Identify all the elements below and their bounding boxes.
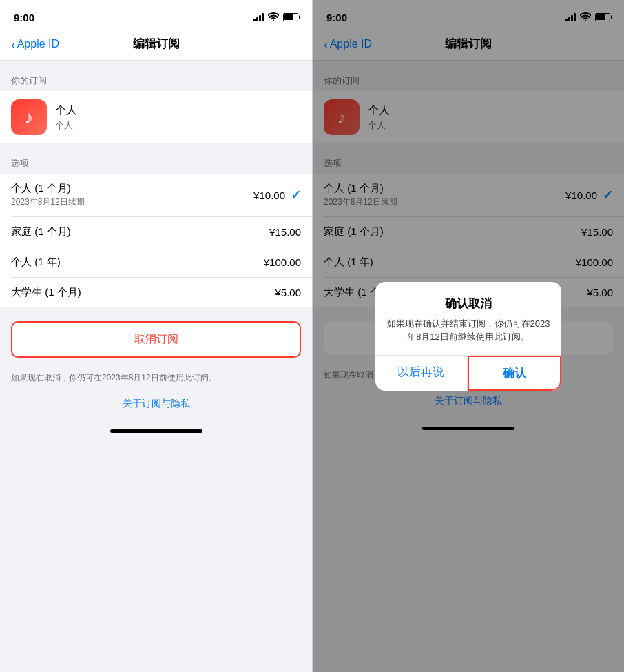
status-bar-left: 9:00: [0, 0, 312, 30]
option-left-0-left: 个人 (1 个月) 2023年8月12日续期: [11, 182, 85, 208]
home-indicator-left: [110, 429, 202, 433]
option-right-3-left: ¥5.00: [275, 287, 301, 298]
cancel-btn-container-left: 取消订阅: [11, 321, 301, 358]
checkmark-0-left: ✓: [291, 187, 301, 203]
back-chevron-left: ‹: [11, 37, 16, 51]
app-icon-left: ♪: [11, 99, 47, 135]
nav-bar-left: ‹ Apple ID 编辑订阅: [0, 30, 312, 61]
confirm-cancel-dialog: 确认取消 如果现在确认并结束订阅，你仍可在2023年8月12日前继续使用此订阅。…: [375, 282, 561, 391]
dialog-later-button[interactable]: 以后再说: [375, 356, 468, 391]
option-row-0-left[interactable]: 个人 (1 个月) 2023年8月12日续期 ¥10.00 ✓: [0, 174, 312, 216]
signal-icon: [253, 13, 264, 21]
option-right-0-left: ¥10.00 ✓: [253, 187, 301, 203]
option-row-2-left[interactable]: 个人 (1 年) ¥100.00: [0, 247, 312, 277]
dialog-overlay: 确认取消 如果现在确认并结束订阅，你仍可在2023年8月12日前继续使用此订阅。…: [313, 0, 624, 672]
wifi-icon: [268, 12, 279, 23]
dialog-message: 如果现在确认并结束订阅，你仍可在2023年8月12日前继续使用此订阅。: [386, 317, 550, 344]
subscription-name-left: 个人: [55, 103, 77, 118]
status-icons-left: [253, 12, 298, 23]
status-time-left: 9:00: [14, 12, 34, 23]
page-title-left: 编辑订阅: [133, 36, 180, 52]
dialog-confirm-button[interactable]: 确认: [468, 356, 562, 391]
subscription-info-left: 个人 个人: [55, 103, 77, 132]
subscription-card-left: ♪ 个人 个人: [0, 91, 312, 143]
option-right-2-left: ¥100.00: [264, 256, 301, 268]
dialog-buttons: 以后再说 确认: [375, 355, 561, 391]
back-button-left[interactable]: ‹ Apple ID: [11, 37, 59, 51]
dialog-content: 确认取消 如果现在确认并结束订阅，你仍可在2023年8月12日前继续使用此订阅。: [375, 282, 561, 355]
options-header-left: 选项: [0, 143, 312, 174]
cancel-note-left: 如果现在取消，你仍可在2023年8月12日前使用此订阅。: [0, 371, 312, 384]
option-left-2-left: 个人 (1 年): [11, 256, 61, 269]
content-left: 你的订阅 ♪ 个人 个人 选项 个人 (1 个月) 2023年8月12日续期: [0, 61, 312, 672]
cancel-subscription-button-left[interactable]: 取消订阅: [11, 321, 301, 358]
right-panel: 9:00 ‹ Apple ID 编辑订阅 你的订阅 ♪: [312, 0, 624, 672]
footer-link-left[interactable]: 关于订阅与隐私: [0, 384, 312, 424]
option-row-1-left[interactable]: 家庭 (1 个月) ¥15.00: [0, 217, 312, 247]
battery-icon: [283, 13, 298, 21]
music-note-icon-left: ♪: [25, 108, 34, 126]
option-row-3-left[interactable]: 大学生 (1 个月) ¥5.00: [0, 278, 312, 307]
option-left-3-left: 大学生 (1 个月): [11, 286, 81, 299]
your-subscriptions-header-left: 你的订阅: [0, 61, 312, 91]
back-label-left: Apple ID: [17, 38, 59, 50]
options-card-left: 个人 (1 个月) 2023年8月12日续期 ¥10.00 ✓ 家庭 (1 个月…: [0, 174, 312, 307]
subscription-sub-left: 个人: [55, 119, 77, 132]
left-panel: 9:00 ‹ Apple ID 编辑订阅 你的订阅 ♪: [0, 0, 312, 672]
subscription-item-left: ♪ 个人 个人: [0, 91, 312, 143]
option-right-1-left: ¥15.00: [269, 226, 301, 238]
dialog-title: 确认取消: [386, 296, 550, 312]
option-left-1-left: 家庭 (1 个月): [11, 225, 71, 238]
